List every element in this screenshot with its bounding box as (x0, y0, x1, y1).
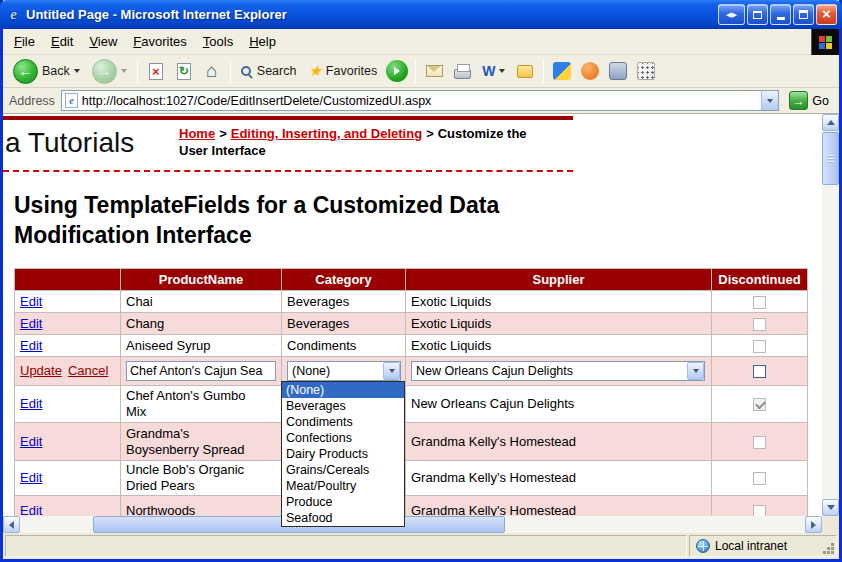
discontinued-checkbox (753, 472, 766, 485)
horizontal-scrollbar[interactable] (3, 516, 822, 533)
forward-icon: → (92, 59, 117, 84)
refresh-icon (177, 63, 191, 80)
dropdown-option-none[interactable]: (None) (282, 382, 404, 398)
media-button[interactable] (384, 58, 410, 84)
minimize-button[interactable] (770, 4, 791, 25)
product-row: Edit Northwoods Grandma Kelly's Homestea… (15, 496, 808, 517)
menu-file[interactable]: File (6, 30, 43, 54)
supplier-cell: Exotic Liquids (406, 313, 712, 335)
update-link[interactable]: Update (20, 363, 62, 378)
close-button[interactable] (816, 4, 837, 25)
titlebar-window-button[interactable] (747, 4, 768, 25)
chevron-down-icon[interactable] (383, 362, 400, 380)
dropdown-option[interactable]: Confections (282, 430, 404, 446)
supplier-cell: Grandma Kelly's Homestead (406, 496, 712, 517)
edit-link[interactable]: Edit (20, 294, 42, 309)
addon-button-2[interactable] (577, 58, 603, 84)
address-bar: Address e → Go (3, 88, 839, 114)
maximize-button[interactable] (793, 4, 814, 25)
category-cell: Beverages (282, 313, 406, 335)
edit-link[interactable]: Edit (20, 434, 42, 449)
mail-button[interactable] (421, 58, 447, 84)
discuss-button[interactable] (512, 58, 538, 84)
supplier-cell: Grandma Kelly's Homestead (406, 461, 712, 496)
dropdown-option[interactable]: Produce (282, 494, 404, 510)
product-row: Edit Aniseed Syrup Condiments Exotic Liq… (15, 335, 808, 357)
go-icon: → (789, 91, 808, 110)
edit-link[interactable]: Edit (20, 503, 42, 517)
favorites-button[interactable]: Favorites (303, 60, 382, 82)
forward-button[interactable]: → (87, 57, 132, 86)
edit-link[interactable]: Edit (20, 396, 42, 411)
addon-icon-1 (553, 62, 571, 80)
breadcrumb-section-link[interactable]: Editing, Inserting, and Deleting (231, 126, 422, 141)
addon-button-1[interactable] (549, 58, 575, 84)
menu-favorites[interactable]: Favorites (125, 30, 194, 54)
product-row: Edit Chef Anton's Gumbo Mix New Orleans … (15, 386, 808, 423)
menu-edit[interactable]: Edit (43, 30, 81, 54)
scroll-right-button[interactable] (805, 516, 822, 533)
edit-link[interactable]: Edit (20, 338, 42, 353)
back-button[interactable]: ← Back (8, 57, 85, 86)
addon-button-3[interactable] (605, 58, 631, 84)
status-zone-panel: Local intranet (689, 535, 837, 557)
product-row-editing: UpdateCancel (None) New Orleans Cajun De… (15, 357, 808, 386)
resize-grip[interactable] (831, 551, 834, 554)
vertical-scrollbar[interactable] (822, 114, 839, 516)
breadcrumb-home-link[interactable]: Home (179, 126, 215, 141)
discontinued-checkbox[interactable] (753, 365, 766, 378)
dropdown-option[interactable]: Seafood (282, 510, 404, 526)
category-select[interactable]: (None) (287, 361, 401, 381)
supplier-cell: Exotic Liquids (406, 291, 712, 313)
menu-tools[interactable]: Tools (195, 30, 241, 54)
supplier-cell: New Orleans Cajun Delights (406, 386, 712, 423)
dropdown-option[interactable]: Meat/Poultry (282, 478, 404, 494)
home-button[interactable] (199, 58, 225, 84)
product-name: Aniseed Syrup (126, 338, 211, 354)
scrollbar-corner (822, 516, 839, 533)
chevron-down-icon (499, 69, 505, 73)
header-discontinued: Discontinued (712, 269, 808, 291)
cancel-link[interactable]: Cancel (68, 363, 108, 378)
discontinued-checkbox (753, 318, 766, 331)
go-button[interactable]: → Go (785, 91, 833, 110)
address-input[interactable] (78, 92, 761, 109)
address-dropdown-button[interactable] (761, 91, 778, 110)
status-bar: Local intranet (3, 533, 839, 559)
product-name: Grandma's Boysenberry Spread (126, 426, 252, 458)
refresh-button[interactable] (171, 58, 197, 84)
category-cell: Beverages (282, 291, 406, 313)
favorites-star-icon (308, 62, 321, 80)
grid-header-row: ProductName Category Supplier Discontinu… (15, 269, 808, 291)
addon-button-4[interactable] (633, 58, 659, 84)
scroll-down-button[interactable] (822, 499, 839, 516)
dropdown-option[interactable]: Beverages (282, 398, 404, 414)
edit-link[interactable]: Edit (20, 470, 42, 485)
dropdown-option[interactable]: Dairy Products (282, 446, 404, 462)
titlebar-nav-button[interactable] (718, 4, 745, 25)
scroll-up-button[interactable] (822, 114, 839, 131)
product-name-input[interactable] (126, 361, 276, 381)
mail-icon (426, 65, 443, 77)
edit-link[interactable]: Edit (20, 316, 42, 331)
scroll-left-button[interactable] (3, 516, 20, 533)
vertical-scroll-thumb[interactable] (822, 132, 839, 185)
breadcrumb-separator: > (426, 126, 434, 141)
windows-flag-icon (819, 36, 832, 49)
supplier-cell: Exotic Liquids (406, 335, 712, 357)
toolbar-separator (543, 59, 544, 83)
discontinued-checkbox (753, 398, 766, 411)
menu-help[interactable]: Help (241, 30, 284, 54)
chevron-down-icon[interactable] (687, 362, 704, 380)
print-button[interactable] (449, 58, 475, 84)
products-grid: ProductName Category Supplier Discontinu… (14, 268, 808, 516)
dropdown-option[interactable]: Condiments (282, 414, 404, 430)
dropdown-option[interactable]: Grains/Cereals (282, 462, 404, 478)
search-button[interactable]: Search (236, 62, 302, 80)
edit-word-button[interactable] (477, 61, 510, 81)
stop-button[interactable] (143, 58, 169, 84)
product-name: Chef Anton's Gumbo Mix (126, 388, 252, 420)
home-icon (206, 60, 217, 82)
supplier-select[interactable]: New Orleans Cajun Delights (411, 361, 705, 381)
menu-view[interactable]: View (81, 30, 125, 54)
